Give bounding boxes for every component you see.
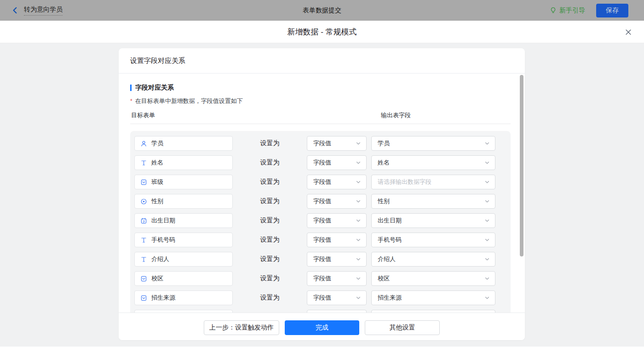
set-as-label: 设置为 <box>233 197 307 205</box>
card-footer: 上一步：设置触发动作 完成 其他设置 <box>119 313 525 340</box>
output-field-select[interactable]: 出生日期 <box>371 213 495 228</box>
target-field-box: 出生日期 <box>134 213 233 228</box>
required-asterisk: * <box>130 98 132 104</box>
output-field-value: 性别 <box>378 197 390 205</box>
chevron-down-icon <box>356 160 361 165</box>
user-field-icon <box>140 140 147 147</box>
output-field-select[interactable]: 校区 <box>371 271 495 286</box>
set-as-label: 设置为 <box>233 216 307 225</box>
beginner-guide-link[interactable]: 新手引导 <box>550 6 585 15</box>
mapping-panel: 学员 设置为 字段值 学员 姓名 设置为 字段值 姓名 班级 <box>130 131 511 313</box>
value-type-select[interactable]: 字段值 <box>307 271 367 286</box>
topbar: 转为意向学员 表单数据提交 新手引导 保存 <box>0 0 644 21</box>
flow-name-label[interactable]: 转为意向学员 <box>24 6 63 16</box>
value-type-value: 字段值 <box>313 139 331 148</box>
target-field-box: 学员 <box>134 136 233 151</box>
text-field-icon <box>140 256 147 263</box>
value-type-select[interactable]: 字段值 <box>307 290 367 305</box>
page-title: 表单数据提交 <box>303 6 341 15</box>
mapping-row: 校区 设置为 字段值 校区 <box>134 271 511 286</box>
target-field-label: 班级 <box>151 178 163 186</box>
output-field-select[interactable]: 性别 <box>371 194 495 209</box>
output-field-value: 介绍人 <box>378 255 396 263</box>
value-type-value: 字段值 <box>313 294 331 302</box>
mapping-row: 介绍人 设置为 字段值 介绍人 <box>134 252 511 267</box>
text-field-icon <box>140 237 147 244</box>
set-as-label: 设置为 <box>233 159 307 167</box>
beginner-guide-label: 新手引导 <box>559 6 585 15</box>
save-button[interactable]: 保存 <box>596 4 628 17</box>
value-type-value: 字段值 <box>313 255 331 263</box>
radio-field-icon <box>140 198 147 205</box>
set-as-label: 设置为 <box>233 255 307 263</box>
chevron-down-icon <box>356 141 361 146</box>
target-field-label: 手机号码 <box>151 236 175 244</box>
set-as-label: 设置为 <box>233 178 307 186</box>
value-type-select[interactable]: 字段值 <box>307 252 367 267</box>
lightbulb-icon <box>550 7 557 14</box>
target-field-box: 性别 <box>134 194 233 209</box>
target-field-label: 出生日期 <box>151 216 175 225</box>
output-field-value: 校区 <box>378 274 390 283</box>
chevron-down-icon <box>356 295 361 301</box>
section-title: 字段对应关系 <box>130 84 174 92</box>
mapping-row: 班级 设置为 字段值 请选择输出数据字段 <box>134 175 511 189</box>
modal-title: 新增数据 - 常规模式 <box>287 27 356 37</box>
chevron-down-icon <box>484 199 490 204</box>
date-field-icon <box>140 217 147 224</box>
chevron-down-icon <box>356 256 361 262</box>
divider <box>130 124 511 124</box>
chevron-down-icon <box>484 256 490 262</box>
output-field-select[interactable]: 学员 <box>371 136 495 151</box>
text-field-icon <box>140 159 147 166</box>
done-button[interactable]: 完成 <box>285 320 359 335</box>
other-settings-button[interactable]: 其他设置 <box>365 320 440 335</box>
output-field-value: 出生日期 <box>378 216 402 225</box>
chevron-left-icon <box>11 6 19 14</box>
chevron-down-icon <box>484 237 490 243</box>
value-type-select[interactable]: 字段值 <box>307 155 367 170</box>
output-field-value: 招生来源 <box>378 294 402 302</box>
modal-body: 设置字段对应关系 字段对应关系 *在目标表单中新增数据，字段值设置如下 目标表单… <box>0 43 644 347</box>
output-field-value: 姓名 <box>378 159 390 167</box>
scrollbar-thumb[interactable] <box>520 75 523 256</box>
target-field-label: 招生来源 <box>151 294 175 302</box>
value-type-select[interactable]: 字段值 <box>307 194 367 209</box>
value-type-select[interactable]: 字段值 <box>307 213 367 228</box>
section-accent-bar <box>130 85 132 91</box>
back-button[interactable]: 转为意向学员 <box>11 6 63 16</box>
target-field-box: 班级 <box>134 175 233 189</box>
output-field-select[interactable]: 姓名 <box>371 155 495 170</box>
target-field-label: 介绍人 <box>151 255 169 263</box>
value-type-select[interactable]: 字段值 <box>307 175 367 189</box>
prev-step-button[interactable]: 上一步：设置触发动作 <box>204 320 279 335</box>
select-field-icon <box>140 295 147 301</box>
target-field-box: 校区 <box>134 271 233 286</box>
mapping-row: 姓名 设置为 字段值 姓名 <box>134 155 511 170</box>
output-field-value: 学员 <box>378 139 390 148</box>
output-field-value: 手机号码 <box>378 236 402 244</box>
value-type-select[interactable]: 字段值 <box>307 136 367 151</box>
close-icon[interactable] <box>624 28 633 37</box>
chevron-down-icon <box>484 179 490 185</box>
chevron-down-icon <box>356 199 361 204</box>
card-scroll-area: 字段对应关系 *在目标表单中新增数据，字段值设置如下 目标表单 输出表字段 学员… <box>119 74 525 313</box>
value-type-value: 字段值 <box>313 216 331 225</box>
set-as-label: 设置为 <box>233 294 307 302</box>
column-header-output-fields: 输出表字段 <box>381 111 411 119</box>
output-field-select[interactable]: 招生来源 <box>371 290 495 305</box>
output-field-select[interactable]: 介绍人 <box>371 252 495 267</box>
select-field-icon <box>140 179 147 186</box>
output-field-select[interactable]: 手机号码 <box>371 233 495 247</box>
modal-header: 新增数据 - 常规模式 <box>0 21 644 43</box>
form-submit-modal: 新增数据 - 常规模式 设置字段对应关系 字段对应关系 *在目标表单中新增数据，… <box>0 21 644 347</box>
value-type-value: 字段值 <box>313 236 331 244</box>
chevron-down-icon <box>356 237 361 243</box>
chevron-down-icon <box>356 179 361 185</box>
output-field-select[interactable]: 请选择输出数据字段 <box>371 175 495 189</box>
output-field-value: 请选择输出数据字段 <box>378 178 431 186</box>
target-field-box: 介绍人 <box>134 252 233 267</box>
value-type-select[interactable]: 字段值 <box>307 233 367 247</box>
chevron-down-icon <box>484 141 490 146</box>
value-type-value: 字段值 <box>313 274 331 283</box>
